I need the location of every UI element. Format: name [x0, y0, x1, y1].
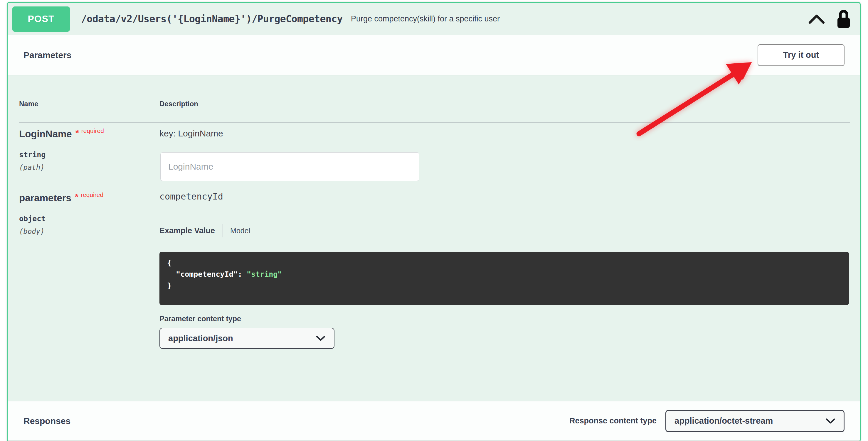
param-loginname-name: LoginName * required [19, 129, 104, 140]
required-asterisk: * [75, 193, 79, 202]
tab-example-value[interactable]: Example Value [159, 226, 215, 235]
example-model-tabs: Example Value Model [159, 224, 250, 237]
code-string-value: "string" [247, 270, 282, 278]
table-header-divider [19, 122, 850, 123]
parameter-content-type-select[interactable]: application/json [159, 328, 335, 349]
chevron-down-icon [826, 418, 835, 424]
lock-icon[interactable] [836, 9, 851, 29]
opblock-summary[interactable]: POST /odata/v2/Users('{LoginName}')/Purg… [8, 3, 860, 35]
responses-title: Responses [24, 416, 70, 426]
code-brace-open: { [167, 259, 172, 267]
parameters-title: Parameters [24, 50, 71, 60]
param-body-name: parameters * required [19, 193, 103, 204]
responses-section-header: Responses Response content type applicat… [8, 401, 860, 440]
try-it-out-button[interactable]: Try it out [757, 44, 844, 66]
param-name-label: LoginName [19, 129, 72, 140]
column-header-description: Description [159, 100, 198, 108]
tab-separator [223, 224, 223, 237]
param-body-type: object [19, 214, 45, 223]
method-badge: POST [12, 6, 70, 32]
summary-icons [808, 9, 851, 29]
param-loginname-description: key: LoginName [159, 129, 223, 138]
parameter-content-type-label: Parameter content type [159, 314, 241, 323]
example-value-code-block: { "competencyId": "string" } [159, 252, 849, 305]
response-content-type-group: Response content type application/octet-… [569, 410, 844, 432]
required-label: required [81, 127, 104, 134]
required-asterisk: * [75, 129, 79, 138]
endpoint-path: /odata/v2/Users('{LoginName}')/PurgeComp… [81, 13, 343, 25]
param-loginname-location: (path) [19, 163, 44, 172]
loginname-input[interactable] [160, 152, 419, 181]
param-name-label: parameters [19, 193, 71, 204]
parameters-section-header: Parameters Try it out [8, 35, 860, 75]
chevron-up-icon[interactable] [808, 13, 825, 25]
parameter-content-type-value: application/json [168, 334, 233, 343]
endpoint-description: Purge competency(skill) for a specific u… [351, 14, 802, 24]
code-key: "competencyId": [167, 270, 247, 278]
method-label: POST [28, 13, 54, 24]
opblock-post: POST /odata/v2/Users('{LoginName}')/Purg… [7, 2, 861, 441]
required-label: required [81, 191, 103, 198]
response-content-type-value: application/octet-stream [675, 416, 773, 426]
column-header-name: Name [19, 100, 38, 108]
response-content-type-select[interactable]: application/octet-stream [665, 410, 844, 432]
param-loginname-type: string [19, 150, 45, 159]
chevron-down-icon [316, 335, 326, 342]
param-body-description: competencyId [159, 191, 223, 202]
tab-model[interactable]: Model [230, 227, 250, 235]
page: POST /odata/v2/Users('{LoginName}')/Purg… [0, 0, 868, 441]
code-brace-close: } [167, 281, 172, 290]
param-body-location: (body) [19, 227, 44, 236]
response-content-type-label: Response content type [569, 416, 657, 426]
